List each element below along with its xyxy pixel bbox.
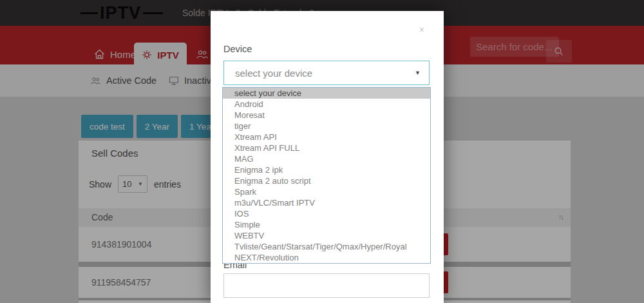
device-label: Device <box>223 44 252 54</box>
dropdown-option[interactable]: select your device <box>223 88 430 99</box>
dropdown-option[interactable]: Simple <box>223 219 430 230</box>
dropdown-option[interactable]: MAG <box>223 153 430 164</box>
device-select-value: select your device <box>235 68 312 79</box>
device-modal: × Device select your device ▼ Email sele… <box>211 11 444 303</box>
dropdown-option[interactable]: Tvliste/Geant/Starsat/Tiger/Qmax/Hyper/R… <box>223 241 430 252</box>
dropdown-option[interactable]: Xtream API <box>223 132 430 142</box>
dropdown-option[interactable]: Moresat <box>223 110 430 121</box>
device-select[interactable]: select your device ▼ <box>223 61 430 85</box>
dropdown-option[interactable]: Enigma 2 auto script <box>223 175 430 186</box>
dropdown-option[interactable]: Android <box>223 99 430 110</box>
dropdown-option[interactable]: NEXT/Revolution <box>223 252 430 263</box>
select-arrow-icon: ▼ <box>415 70 421 76</box>
dropdown-option[interactable]: m3u/VLC/Smart IPTV <box>223 197 430 208</box>
dropdown-option[interactable]: Enigma 2 ipk <box>223 164 430 175</box>
dropdown-option[interactable]: WEBTV <box>223 230 430 241</box>
dropdown-option[interactable]: Spark <box>223 186 430 197</box>
dropdown-option[interactable]: tiger <box>223 121 430 132</box>
dropdown-option[interactable]: IOS <box>223 208 430 219</box>
dropdown-option[interactable]: Xtream API FULL <box>223 142 430 153</box>
close-icon[interactable]: × <box>419 25 424 34</box>
email-input[interactable] <box>223 273 430 298</box>
device-dropdown-list: select your deviceAndroidMoresattigerXtr… <box>222 87 431 264</box>
